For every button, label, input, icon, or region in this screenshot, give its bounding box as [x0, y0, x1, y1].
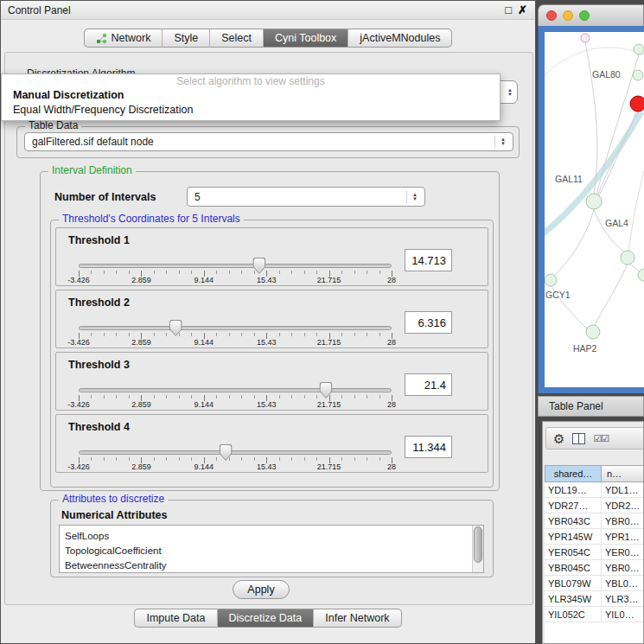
- network-node[interactable]: [633, 70, 643, 80]
- table-row[interactable]: YLR345W YLR3…: [545, 591, 644, 607]
- apply-button[interactable]: Apply: [233, 580, 290, 599]
- node-label: GCY1: [545, 290, 571, 300]
- table-panel-title: Table Panel: [549, 400, 603, 412]
- network-node[interactable]: [634, 44, 644, 54]
- tab-discretize-data[interactable]: Discretize Data: [218, 609, 315, 628]
- close-icon[interactable]: ✗: [518, 3, 527, 16]
- list-scrollbar[interactable]: [472, 526, 483, 572]
- table-row[interactable]: YDL19… YDL1…: [545, 482, 644, 498]
- gear-icon[interactable]: ⚙: [553, 432, 564, 445]
- cell-shared-name[interactable]: YDL19…: [545, 482, 602, 497]
- tab-infer-network[interactable]: Infer Network: [314, 609, 401, 628]
- scale-label: 21.715: [317, 400, 341, 409]
- cell-name[interactable]: YBR0…: [602, 560, 644, 575]
- select-columns-icon[interactable]: ☑☑: [593, 433, 609, 443]
- cell-shared-name[interactable]: YBR043C: [545, 513, 602, 528]
- cell-shared-name[interactable]: YIL052C: [545, 607, 602, 622]
- network-node[interactable]: [586, 194, 602, 209]
- close-traffic-light-icon[interactable]: [546, 10, 557, 21]
- table-browser-window: ⚙ ☑☑ shared… n… YDL19… YDL1… YDR27… YDR2…: [542, 421, 644, 644]
- selected-red-node[interactable]: [630, 96, 644, 112]
- combo-arrows-icon: ▲▼: [494, 136, 506, 148]
- scale-label: 15.43: [257, 462, 277, 471]
- cell-shared-name[interactable]: YER054C: [545, 545, 602, 559]
- cell-shared-name[interactable]: YDR27…: [545, 498, 602, 513]
- list-item[interactable]: TopologicalCoefficient: [60, 544, 483, 558]
- table-row[interactable]: YIL052C YIL0…: [545, 607, 644, 622]
- table-panel-header[interactable]: Table Panel: [538, 396, 644, 417]
- minimize-traffic-light-icon[interactable]: [563, 10, 573, 21]
- slider-track[interactable]: [79, 450, 392, 455]
- threshold-2-panel: Threshold 2 -3.426 2.859 9.144 15.43 21.…: [55, 290, 488, 348]
- column-header-shared-name[interactable]: shared…: [545, 465, 602, 482]
- slider-track[interactable]: [79, 264, 392, 268]
- cell-name[interactable]: YDL1…: [602, 482, 644, 497]
- network-node[interactable]: [581, 34, 590, 42]
- network-node[interactable]: [586, 325, 600, 339]
- slider-track[interactable]: [79, 326, 392, 330]
- tab-label: Cyni Toolbox: [275, 32, 336, 44]
- cell-name[interactable]: YDR2…: [602, 498, 644, 513]
- tab-cyni-toolbox[interactable]: Cyni Toolbox: [264, 29, 348, 48]
- slider-scale: -3.426 2.859 9.144 15.43 21.715 28: [79, 462, 392, 472]
- threshold-value-field[interactable]: 21.4: [405, 373, 452, 396]
- cell-shared-name[interactable]: YPR145W: [545, 529, 602, 544]
- threshold-1-slider[interactable]: [79, 257, 392, 277]
- table-row[interactable]: YBL079W YBL0…: [545, 576, 644, 591]
- threshold-4-slider[interactable]: [79, 443, 392, 464]
- node-label: GAL11: [555, 174, 583, 184]
- tab-network[interactable]: Network: [84, 29, 163, 48]
- threshold-2-slider[interactable]: [79, 319, 392, 340]
- table-row[interactable]: YDR27… YDR2…: [545, 498, 644, 513]
- list-item[interactable]: BetweennessCentrality: [60, 558, 483, 573]
- network-canvas[interactable]: GAL80 GAL11 GAL4 GCY1 HAP2: [545, 32, 644, 387]
- table-row[interactable]: YER054C YER0…: [545, 545, 644, 560]
- scrollbar-thumb[interactable]: [474, 526, 482, 563]
- tab-select[interactable]: Select: [210, 29, 264, 48]
- cell-name[interactable]: YBL0…: [602, 576, 644, 590]
- network-window-titlebar[interactable]: [538, 4, 644, 26]
- scale-label: 21.715: [317, 338, 341, 347]
- table-row[interactable]: YBR045C YBR0…: [545, 560, 644, 576]
- tab-impute-data[interactable]: Impute Data: [134, 609, 217, 628]
- cell-name[interactable]: YER0…: [602, 545, 644, 559]
- list-item[interactable]: SelfLoops: [60, 526, 483, 544]
- cell-shared-name[interactable]: YBL079W: [545, 576, 602, 590]
- algorithm-option-manual[interactable]: Manual Discretization: [2, 88, 500, 103]
- tab-style[interactable]: Style: [163, 29, 210, 48]
- scale-label: 28: [387, 338, 396, 347]
- cell-name[interactable]: YPR1…: [602, 529, 644, 544]
- columns-icon[interactable]: [572, 433, 585, 444]
- scale-label: 2.859: [131, 338, 151, 347]
- scale-label: 15.43: [257, 276, 277, 284]
- cell-name[interactable]: YLR3…: [602, 591, 644, 606]
- column-header-name[interactable]: n…: [602, 465, 644, 482]
- cell-shared-name[interactable]: YLR345W: [545, 591, 602, 606]
- threshold-value-field[interactable]: 6.316: [405, 311, 452, 334]
- threshold-value-field[interactable]: 11.344: [405, 436, 452, 458]
- cell-shared-name[interactable]: YBR045C: [545, 560, 602, 575]
- tab-label: Select: [221, 32, 252, 44]
- cell-name[interactable]: YBR0…: [602, 513, 644, 528]
- scale-label: 21.715: [317, 462, 341, 471]
- scale-label: 28: [387, 462, 396, 471]
- table-row[interactable]: YPR145W YPR1…: [545, 529, 644, 545]
- table-data-combobox[interactable]: galFiltered.sif default node ▲▼: [24, 132, 513, 151]
- threshold-value-field[interactable]: 14.713: [405, 249, 452, 271]
- algorithm-option-equal-width[interactable]: Equal Width/Frequency Discretization: [2, 103, 500, 118]
- scale-label: 15.43: [257, 338, 277, 347]
- scale-label: 21.715: [317, 276, 341, 284]
- attributes-list[interactable]: SelfLoops TopologicalCoefficient Between…: [59, 525, 484, 573]
- threshold-3-slider[interactable]: [79, 381, 392, 402]
- cell-name[interactable]: YIL0…: [602, 607, 644, 622]
- number-of-intervals-combobox[interactable]: 5 ▲▼: [187, 187, 425, 207]
- network-node[interactable]: [621, 251, 634, 265]
- zoom-traffic-light-icon[interactable]: [579, 10, 590, 21]
- control-panel-titlebar[interactable]: Control Panel □ ✗: [1, 1, 535, 20]
- minimize-icon[interactable]: □: [505, 3, 512, 16]
- network-node[interactable]: [545, 274, 557, 286]
- slider-track[interactable]: [79, 388, 392, 392]
- scale-label: -3.426: [67, 400, 90, 409]
- tab-jactivemnodules[interactable]: jActiveMNodules: [348, 29, 452, 48]
- table-row[interactable]: YBR043C YBR0…: [545, 513, 644, 529]
